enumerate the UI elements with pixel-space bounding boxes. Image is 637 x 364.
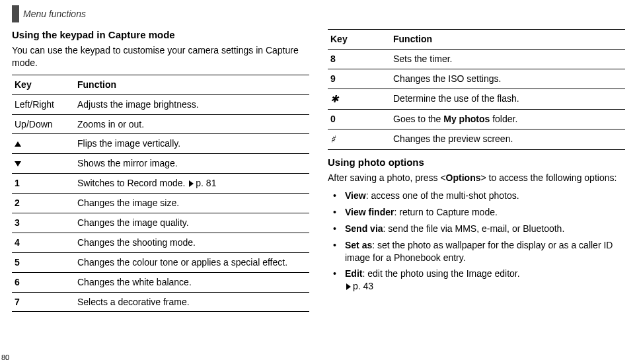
func-cell: Changes the preview screen. (391, 129, 625, 149)
triangle-up-icon (15, 141, 21, 147)
func-cell: Adjusts the image brightness. (75, 94, 309, 114)
list-item: Send via: send the file via MMS, e-mail,… (328, 223, 625, 235)
func-cell: Sets the timer. (391, 49, 625, 69)
table-row: 2 Changes the image size. (12, 194, 309, 213)
func-cell: Switches to Record mode. p. 81 (75, 174, 309, 194)
table-row: 7 Selects a decorative frame. (12, 292, 309, 312)
table-row: 5 Changes the colour tone or applies a s… (12, 252, 309, 272)
intro2-pre: After saving a photo, press < (328, 172, 446, 183)
func-cell: Goes to the My photos folder. (391, 109, 625, 129)
func-post: folder. (490, 114, 517, 124)
right-heading2: Using photo options (328, 157, 625, 168)
func-bold: My photos (443, 114, 490, 124)
key-cell-hash: ♯ (328, 129, 391, 149)
rest: : return to Capture mode. (394, 207, 497, 217)
rest: : edit the photo using the Image editor. (362, 268, 519, 279)
key-cell (12, 134, 75, 154)
key-cell: 0 (328, 109, 391, 129)
triangle-right-icon (189, 180, 194, 187)
page-ref: p. 43 (353, 281, 373, 291)
term: Edit (345, 268, 362, 279)
func-cell: Selects a decorative frame. (75, 292, 309, 312)
left-intro: You can use the keypad to customise your… (12, 44, 309, 69)
key-cell: 9 (328, 69, 391, 89)
page-header: Menu functions (12, 5, 625, 22)
page-number: 80 (1, 353, 9, 361)
th-function: Function (391, 30, 625, 50)
key-cell: 6 (12, 272, 75, 292)
func-cell: Shows the mirror image. (75, 154, 309, 174)
table-row: 0 Goes to the My photos folder. (328, 109, 625, 129)
key-cell: 5 (12, 252, 75, 272)
key-cell: 7 (12, 292, 75, 312)
list-item: Set as: set the photo as wallpaper for t… (328, 239, 625, 264)
table-row: 1 Switches to Record mode. p. 81 (12, 174, 309, 194)
func-cell: Zooms in or out. (75, 114, 309, 134)
right-intro2: After saving a photo, press <Options> to… (328, 172, 625, 184)
term: Set as (345, 240, 372, 250)
triangle-right-icon (346, 283, 351, 290)
table-row: ♯ Changes the preview screen. (328, 129, 625, 149)
table-row: ✱ Determine the use of the flash. (328, 89, 625, 109)
table-row: Shows the mirror image. (12, 154, 309, 174)
th-function: Function (75, 75, 309, 94)
accent-block-icon (12, 5, 19, 22)
func-cell: Changes the image size. (75, 194, 309, 213)
func-cell: Flips the image vertically. (75, 134, 309, 154)
list-item: View finder: return to Capture mode. (328, 206, 625, 219)
func-cell: Changes the ISO settings. (391, 69, 625, 89)
func-cell: Determine the use of the flash. (391, 89, 625, 109)
right-column: Key Function 8 Sets the timer. 9 Changes… (328, 29, 625, 312)
left-heading: Using the keypad in Capture mode (12, 29, 309, 40)
header-title: Menu functions (23, 9, 86, 19)
func-cell: Changes the image quality. (75, 213, 309, 233)
table-row: 9 Changes the ISO settings. (328, 69, 625, 89)
func-cell: Changes the shooting mode. (75, 233, 309, 252)
key-cell: 2 (12, 194, 75, 213)
key-cell: Up/Down (12, 114, 75, 134)
intro2-bold: Options (446, 172, 481, 183)
table-row: Left/Right Adjusts the image brightness. (12, 94, 309, 114)
func-cell: Changes the white balance. (75, 272, 309, 292)
key-cell-asterisk: ✱ (328, 89, 391, 109)
term: View finder (345, 207, 394, 217)
triangle-down-icon (15, 161, 21, 166)
intro2-post: > to access the following options: (481, 172, 617, 183)
func-pre: Goes to the (393, 114, 443, 124)
key-cell: 1 (12, 174, 75, 194)
table-row: 3 Changes the image quality. (12, 213, 309, 233)
page-ref: p. 81 (196, 178, 216, 188)
term: Send via (345, 223, 383, 234)
list-item: View: access one of the multi-shot photo… (328, 190, 625, 202)
key-cell: Left/Right (12, 94, 75, 114)
table-row: 4 Changes the shooting mode. (12, 233, 309, 252)
key-cell: 4 (12, 233, 75, 252)
table-row: 8 Sets the timer. (328, 49, 625, 69)
rest: : set the photo as wallpaper for the dis… (345, 240, 613, 263)
right-key-table: Key Function 8 Sets the timer. 9 Changes… (328, 29, 625, 150)
term: View (345, 190, 366, 201)
key-cell: 3 (12, 213, 75, 233)
left-column: Using the keypad in Capture mode You can… (12, 29, 309, 312)
func-text: Switches to Record mode. (77, 178, 185, 188)
rest: : access one of the multi-shot photos. (366, 190, 519, 201)
key-cell (12, 154, 75, 174)
list-item: Edit: edit the photo using the Image edi… (328, 268, 625, 293)
th-key: Key (12, 75, 75, 94)
table-row: Flips the image vertically. (12, 134, 309, 154)
table-row: 6 Changes the white balance. (12, 272, 309, 292)
table-row: Up/Down Zooms in or out. (12, 114, 309, 134)
options-list: View: access one of the multi-shot photo… (328, 190, 625, 293)
func-cell: Changes the colour tone or applies a spe… (75, 252, 309, 272)
key-cell: 8 (328, 49, 391, 69)
th-key: Key (328, 30, 391, 50)
rest: : send the file via MMS, e-mail, or Blue… (383, 223, 565, 234)
left-key-table: Key Function Left/Right Adjusts the imag… (12, 75, 309, 312)
